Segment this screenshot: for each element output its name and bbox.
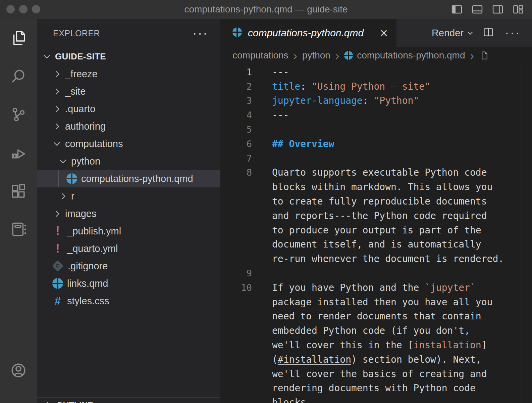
code-line-2[interactable]: 2title: "Using Python — site" xyxy=(220,79,532,94)
explorer-header: EXPLORER ··· xyxy=(37,19,220,48)
vscode-window: computations-python.qmd — guide-site EXP… xyxy=(0,0,532,403)
toggle-primary-sidebar-button[interactable] xyxy=(450,3,463,17)
close-window-button[interactable] xyxy=(6,5,15,13)
code-line-4[interactable]: 4--- xyxy=(220,108,532,122)
search-icon xyxy=(9,67,28,85)
outline-section-header[interactable]: OUTLINE xyxy=(37,397,220,403)
editor-group: computations-python.qmd × Render ··· com… xyxy=(220,19,532,403)
activity-item-search[interactable] xyxy=(0,57,37,95)
code-line-wrap-18[interactable]: embedded Python code (if you don't, xyxy=(220,323,532,338)
line-number: 5 xyxy=(220,124,252,135)
line-number: 1 xyxy=(220,67,252,77)
tree-item--publish-yml[interactable]: !_publish.yml xyxy=(37,222,220,240)
code-line-6[interactable]: 6## Overview xyxy=(220,137,532,151)
breadcrumb-item-python[interactable]: python xyxy=(302,50,330,61)
tree-item-label: styles.css xyxy=(67,296,109,307)
code-line-wrap-13[interactable]: re-run whenever the document is rendered… xyxy=(220,252,532,266)
split-editor-icon xyxy=(483,27,494,38)
customize-layout-button[interactable] xyxy=(512,3,525,17)
tree-item-guide-site[interactable]: GUIDE-SITE xyxy=(37,48,220,65)
tree-item--quarto-yml[interactable]: !_quarto.yml xyxy=(37,240,220,257)
line-text: we'll cover the basics of creating and xyxy=(252,368,487,379)
code-line-wrap-16[interactable]: package installed then you have all you xyxy=(220,295,532,309)
code-line-wrap-21[interactable]: we'll cover the basics of creating and xyxy=(220,367,532,381)
line-text: blocks. xyxy=(252,397,312,403)
toggle-panel-icon xyxy=(471,3,484,16)
tree-item-links-qmd[interactable]: links.qmd xyxy=(37,275,220,292)
code-editor[interactable]: 1---2title: "Using Python — site"3jupyte… xyxy=(220,64,532,403)
toggle-secondary-sidebar-button[interactable] xyxy=(491,3,504,17)
tree-item--quarto[interactable]: .quarto xyxy=(37,100,220,118)
activity-item-extensions[interactable] xyxy=(0,172,37,210)
code-line-3[interactable]: 3jupyter-language: "Python" xyxy=(220,94,532,108)
tab-computations-python-qmd[interactable]: computations-python.qmd × xyxy=(220,19,396,47)
activity-item-account[interactable] xyxy=(0,351,37,390)
editor-more-actions-button[interactable]: ··· xyxy=(505,30,521,36)
workbench: EXPLORER ··· GUIDE-SITE_freeze_site.quar… xyxy=(0,19,532,403)
code-line-wrap-20[interactable]: (#installation) section below). Next, xyxy=(220,352,532,367)
breadcrumb-item-computations-python-qmd[interactable]: computations-python.qmd xyxy=(344,50,465,61)
tree-item-computations[interactable]: computations xyxy=(37,135,220,152)
tree-item-images[interactable]: images xyxy=(37,205,220,222)
line-text: document itself, and is automatically xyxy=(252,239,481,250)
line-text: ## Overview xyxy=(252,138,334,149)
tree-item-computations-python-qmd[interactable]: computations-python.qmd xyxy=(37,170,220,187)
chevron-right-icon xyxy=(53,71,59,77)
file-tree: GUIDE-SITE_freeze_site.quartoauthoringco… xyxy=(37,48,220,397)
code-line-wrap-19[interactable]: we'll cover this in the [installation] xyxy=(220,338,532,352)
line-text: we'll cover this in the [installation] xyxy=(252,340,487,351)
css-icon: # xyxy=(52,296,63,306)
minimize-window-button[interactable] xyxy=(19,5,28,13)
breadcrumb-item-computations[interactable]: computations xyxy=(232,50,288,61)
code-line-wrap-23[interactable]: blocks. xyxy=(220,395,532,403)
tree-item-label: .gitignore xyxy=(68,261,108,272)
line-number: 2 xyxy=(220,81,252,92)
code-line-wrap-17[interactable]: need to render documents that contain xyxy=(220,309,532,324)
tree-item-label: r xyxy=(71,191,74,202)
code-line-wrap-22[interactable]: rendering documents with Python code xyxy=(220,381,532,396)
activity-item-explorer[interactable] xyxy=(0,19,37,57)
tree-item-label: .quarto xyxy=(65,103,95,115)
toggle-primary-sidebar-icon xyxy=(450,3,463,16)
split-editor-button[interactable] xyxy=(483,27,494,39)
outline-title: OUTLINE xyxy=(56,400,93,403)
code-line-wrap-9[interactable]: to create fully reproducible documents xyxy=(220,194,532,209)
tree-item-python[interactable]: python xyxy=(37,152,220,170)
code-line-8[interactable]: 8Quarto supports executable Python code xyxy=(220,166,532,180)
code-line-10[interactable]: 10If you have Python and the `jupyter` xyxy=(220,280,532,295)
line-number: 9 xyxy=(220,268,252,278)
tree-item--site[interactable]: _site xyxy=(37,83,220,100)
zoom-window-button[interactable] xyxy=(32,5,40,13)
code-line-wrap-10[interactable]: and reports---the Python code required xyxy=(220,209,532,223)
toggle-secondary-sidebar-icon xyxy=(491,3,504,16)
chevron-right-icon xyxy=(59,193,65,199)
activity-item-source-control[interactable] xyxy=(0,95,37,134)
tree-item-authoring[interactable]: authoring xyxy=(37,118,220,135)
line-text: jupyter-language: "Python" xyxy=(252,95,419,106)
file-icon xyxy=(479,50,489,60)
code-line-5[interactable]: 5 xyxy=(220,122,532,137)
code-line-wrap-8[interactable]: blocks within markdown. This allows you xyxy=(220,180,532,194)
code-line-wrap-11[interactable]: to produce your output is part of the xyxy=(220,223,532,237)
yaml-icon: ! xyxy=(52,242,63,255)
tree-item-r[interactable]: r xyxy=(37,187,220,205)
toggle-panel-button[interactable] xyxy=(471,3,484,17)
tree-item--gitignore[interactable]: .gitignore xyxy=(37,257,220,275)
chevron-right-icon xyxy=(53,88,59,94)
code-line-1[interactable]: 1--- xyxy=(220,65,532,79)
breadcrumb-separator: › xyxy=(335,49,340,62)
code-line-wrap-12[interactable]: document itself, and is automatically xyxy=(220,237,532,252)
activity-item-run-debug[interactable] xyxy=(0,134,37,172)
tree-item-styles-css[interactable]: #styles.css xyxy=(37,292,220,310)
line-number: 6 xyxy=(220,139,252,149)
render-button[interactable]: Render xyxy=(432,28,472,39)
code-line-9[interactable]: 9 xyxy=(220,266,532,280)
explorer-more-actions-button[interactable]: ··· xyxy=(193,30,208,37)
sidebar-explorer: EXPLORER ··· GUIDE-SITE_freeze_site.quar… xyxy=(37,19,220,403)
tab-close-button[interactable]: × xyxy=(380,26,388,40)
activity-item-notebook[interactable] xyxy=(0,210,37,249)
tree-item--freeze[interactable]: _freeze xyxy=(37,65,220,83)
notebook-icon xyxy=(9,220,28,238)
breadcrumb-item-symbol[interactable] xyxy=(479,50,489,60)
code-line-7[interactable]: 7 xyxy=(220,151,532,166)
